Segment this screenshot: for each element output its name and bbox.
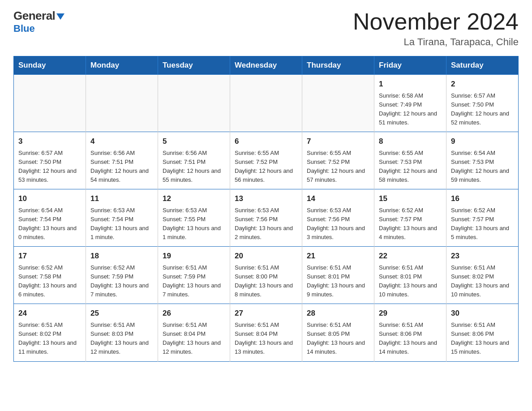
page-header: General Blue November 2024 La Tirana, Ta… — [13, 9, 519, 48]
calendar-cell: 7Sunrise: 6:55 AMSunset: 7:52 PMDaylight… — [302, 132, 374, 189]
calendar-cell: 16Sunrise: 6:52 AMSunset: 7:57 PMDayligh… — [446, 189, 519, 247]
logo-triangle-icon — [56, 13, 64, 20]
day-info: Sunrise: 6:52 AMSunset: 7:59 PMDaylight:… — [90, 263, 153, 300]
day-number: 23 — [451, 250, 514, 262]
calendar-cell: 21Sunrise: 6:51 AMSunset: 8:01 PMDayligh… — [302, 247, 374, 304]
day-number: 29 — [379, 308, 442, 319]
day-number: 4 — [90, 136, 153, 147]
day-number: 13 — [235, 193, 297, 205]
calendar-cell: 30Sunrise: 6:51 AMSunset: 8:06 PMDayligh… — [446, 304, 519, 361]
day-number: 26 — [163, 308, 225, 319]
calendar-cell: 20Sunrise: 6:51 AMSunset: 8:00 PMDayligh… — [230, 247, 302, 304]
calendar-cell — [302, 75, 374, 132]
day-number: 14 — [307, 193, 369, 205]
day-number: 18 — [90, 250, 153, 262]
calendar-cell: 3Sunrise: 6:57 AMSunset: 7:50 PMDaylight… — [14, 132, 86, 189]
day-info: Sunrise: 6:55 AMSunset: 7:53 PMDaylight:… — [379, 149, 442, 185]
calendar-cell: 8Sunrise: 6:55 AMSunset: 7:53 PMDaylight… — [374, 132, 446, 189]
day-number: 28 — [307, 308, 369, 319]
day-number: 10 — [18, 193, 81, 205]
calendar-cell — [14, 75, 86, 132]
calendar-cell — [158, 75, 230, 132]
day-number: 16 — [451, 193, 514, 205]
day-info: Sunrise: 6:54 AMSunset: 7:54 PMDaylight:… — [18, 206, 81, 242]
day-number: 3 — [18, 136, 81, 147]
day-number: 9 — [451, 136, 514, 147]
weekday-header-monday: Monday — [86, 56, 158, 75]
day-info: Sunrise: 6:51 AMSunset: 8:06 PMDaylight:… — [379, 321, 442, 357]
day-info: Sunrise: 6:51 AMSunset: 8:02 PMDaylight:… — [18, 321, 81, 357]
day-number: 25 — [90, 308, 153, 319]
calendar-cell: 13Sunrise: 6:53 AMSunset: 7:56 PMDayligh… — [230, 189, 302, 247]
day-info: Sunrise: 6:52 AMSunset: 7:58 PMDaylight:… — [18, 263, 81, 300]
calendar-cell: 2Sunrise: 6:57 AMSunset: 7:50 PMDaylight… — [446, 75, 519, 132]
calendar-cell: 23Sunrise: 6:51 AMSunset: 8:02 PMDayligh… — [446, 247, 519, 304]
day-number: 1 — [379, 78, 442, 90]
calendar-cell: 19Sunrise: 6:51 AMSunset: 7:59 PMDayligh… — [158, 247, 230, 304]
page-subtitle: La Tirana, Tarapaca, Chile — [353, 36, 519, 48]
day-number: 17 — [18, 250, 81, 262]
calendar-row-0: 1Sunrise: 6:58 AMSunset: 7:49 PMDaylight… — [14, 75, 519, 132]
calendar-row-3: 17Sunrise: 6:52 AMSunset: 7:58 PMDayligh… — [14, 247, 519, 304]
logo: General Blue — [13, 9, 64, 34]
calendar-header-row: SundayMondayTuesdayWednesdayThursdayFrid… — [14, 56, 519, 75]
calendar-cell: 1Sunrise: 6:58 AMSunset: 7:49 PMDaylight… — [374, 75, 446, 132]
weekday-header-friday: Friday — [374, 56, 446, 75]
day-info: Sunrise: 6:54 AMSunset: 7:53 PMDaylight:… — [451, 149, 514, 185]
calendar-cell: 9Sunrise: 6:54 AMSunset: 7:53 PMDaylight… — [446, 132, 519, 189]
calendar-cell: 22Sunrise: 6:51 AMSunset: 8:01 PMDayligh… — [374, 247, 446, 304]
weekday-header-sunday: Sunday — [14, 56, 86, 75]
day-info: Sunrise: 6:51 AMSunset: 8:03 PMDaylight:… — [90, 321, 153, 357]
day-number: 30 — [451, 308, 514, 319]
day-number: 21 — [307, 250, 369, 262]
day-info: Sunrise: 6:51 AMSunset: 8:06 PMDaylight:… — [451, 321, 514, 357]
calendar-cell — [86, 75, 158, 132]
calendar-cell: 4Sunrise: 6:56 AMSunset: 7:51 PMDaylight… — [86, 132, 158, 189]
calendar-row-2: 10Sunrise: 6:54 AMSunset: 7:54 PMDayligh… — [14, 189, 519, 247]
day-number: 15 — [379, 193, 442, 205]
calendar-cell: 14Sunrise: 6:53 AMSunset: 7:56 PMDayligh… — [302, 189, 374, 247]
day-number: 2 — [451, 78, 514, 90]
day-info: Sunrise: 6:52 AMSunset: 7:57 PMDaylight:… — [451, 206, 514, 242]
day-info: Sunrise: 6:51 AMSunset: 8:00 PMDaylight:… — [235, 263, 297, 300]
day-number: 7 — [307, 136, 369, 147]
weekday-header-saturday: Saturday — [446, 56, 519, 75]
day-number: 12 — [163, 193, 225, 205]
day-info: Sunrise: 6:51 AMSunset: 8:05 PMDaylight:… — [307, 321, 369, 357]
day-number: 5 — [163, 136, 225, 147]
day-number: 24 — [18, 308, 81, 319]
day-info: Sunrise: 6:57 AMSunset: 7:50 PMDaylight:… — [451, 91, 514, 128]
calendar-cell: 11Sunrise: 6:53 AMSunset: 7:54 PMDayligh… — [86, 189, 158, 247]
title-block: November 2024 La Tirana, Tarapaca, Chile — [353, 9, 519, 48]
weekday-header-tuesday: Tuesday — [158, 56, 230, 75]
page-title: November 2024 — [353, 9, 519, 34]
day-info: Sunrise: 6:53 AMSunset: 7:56 PMDaylight:… — [235, 206, 297, 242]
day-number: 8 — [379, 136, 442, 147]
logo-blue-text: Blue — [13, 23, 35, 34]
calendar-cell: 12Sunrise: 6:53 AMSunset: 7:55 PMDayligh… — [158, 189, 230, 247]
day-info: Sunrise: 6:58 AMSunset: 7:49 PMDaylight:… — [379, 91, 442, 128]
calendar-cell: 24Sunrise: 6:51 AMSunset: 8:02 PMDayligh… — [14, 304, 86, 361]
day-info: Sunrise: 6:51 AMSunset: 8:01 PMDaylight:… — [379, 263, 442, 300]
day-info: Sunrise: 6:55 AMSunset: 7:52 PMDaylight:… — [307, 149, 369, 185]
day-number: 22 — [379, 250, 442, 262]
day-info: Sunrise: 6:51 AMSunset: 8:04 PMDaylight:… — [235, 321, 297, 357]
day-info: Sunrise: 6:53 AMSunset: 7:54 PMDaylight:… — [90, 206, 153, 242]
day-info: Sunrise: 6:57 AMSunset: 7:50 PMDaylight:… — [18, 149, 81, 185]
calendar-cell: 17Sunrise: 6:52 AMSunset: 7:58 PMDayligh… — [14, 247, 86, 304]
calendar-cell: 25Sunrise: 6:51 AMSunset: 8:03 PMDayligh… — [86, 304, 158, 361]
logo-general-text: General — [13, 9, 64, 23]
logo-word-general: General — [13, 9, 55, 22]
weekday-header-thursday: Thursday — [302, 56, 374, 75]
day-info: Sunrise: 6:56 AMSunset: 7:51 PMDaylight:… — [163, 149, 225, 185]
day-number: 11 — [90, 193, 153, 205]
day-info: Sunrise: 6:53 AMSunset: 7:56 PMDaylight:… — [307, 206, 369, 242]
calendar-cell: 6Sunrise: 6:55 AMSunset: 7:52 PMDaylight… — [230, 132, 302, 189]
day-number: 6 — [235, 136, 297, 147]
calendar-cell — [230, 75, 302, 132]
calendar-row-1: 3Sunrise: 6:57 AMSunset: 7:50 PMDaylight… — [14, 132, 519, 189]
calendar-cell: 15Sunrise: 6:52 AMSunset: 7:57 PMDayligh… — [374, 189, 446, 247]
calendar-cell: 18Sunrise: 6:52 AMSunset: 7:59 PMDayligh… — [86, 247, 158, 304]
calendar-cell: 26Sunrise: 6:51 AMSunset: 8:04 PMDayligh… — [158, 304, 230, 361]
day-number: 20 — [235, 250, 297, 262]
